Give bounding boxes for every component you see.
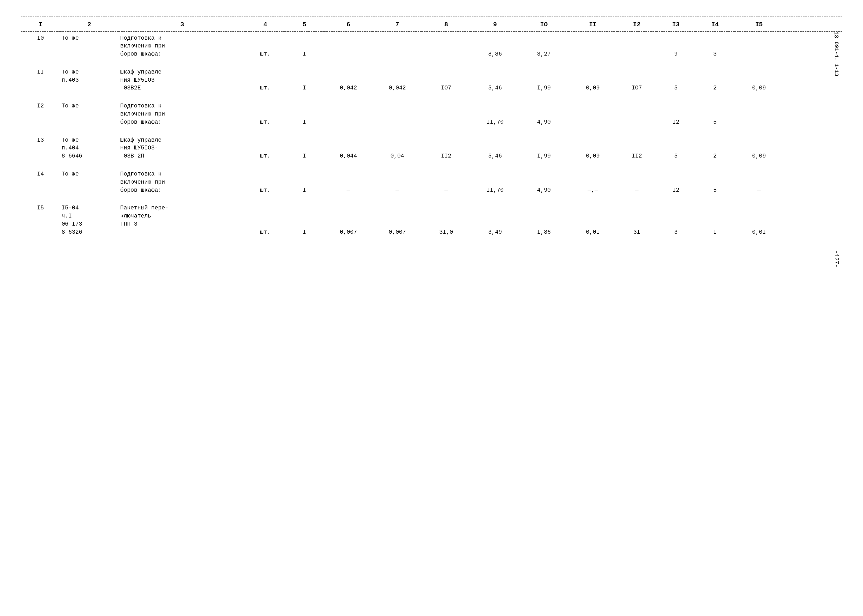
- spacer: [21, 162, 842, 168]
- row-II-col8: IO7: [421, 66, 470, 94]
- row-I0-col15: —: [735, 32, 783, 61]
- row-I2-col11: —: [569, 100, 617, 128]
- row-I5-col13: 3: [656, 201, 695, 238]
- row-I4-col4: шт.: [246, 168, 285, 196]
- header-col-12: I2: [617, 16, 656, 31]
- row-I2-col13: I2: [656, 100, 695, 128]
- row-I4-col7: —: [373, 168, 421, 196]
- row-I2-col10: 4,90: [519, 100, 568, 128]
- header-col-14: I4: [695, 16, 735, 31]
- row-II-col13: 5: [656, 66, 695, 94]
- row-I5-col2: I5-04ч.I06-I738-6326: [60, 201, 119, 238]
- row-I5-col6: 0,007: [324, 201, 373, 238]
- row-I2-col7: —: [373, 100, 421, 128]
- header-col-4: 4: [246, 16, 285, 31]
- table-row: I0 То же Подготовка квключению при-боров…: [21, 32, 842, 61]
- row-II-col12: IO7: [617, 66, 656, 94]
- row-I4-col8: —: [421, 168, 470, 196]
- row-I0-col8: —: [421, 32, 470, 61]
- row-I3-col4: шт.: [246, 134, 285, 162]
- row-I4-col3: Подготовка квключению при-боров шкафа:: [119, 168, 246, 196]
- row-I5-col3: Пакетный пере-ключательГПП-3: [119, 201, 246, 238]
- row-II-col9: 5,46: [471, 66, 519, 94]
- row-I2-col14: 5: [695, 100, 735, 128]
- row-I5-col8: 3I,0: [421, 201, 470, 238]
- row-I2-col3: Подготовка квключению при-боров шкафа:: [119, 100, 246, 128]
- row-I4-col6: —: [324, 168, 373, 196]
- row-II-col2: То жеп.403: [60, 66, 119, 94]
- row-I5-col14: I: [695, 201, 735, 238]
- row-I3-col13: 5: [656, 134, 695, 162]
- table-row: I3 То жеп.4048-6646 Шкаф управле-ния ШУ5…: [21, 134, 842, 162]
- row-I4-col13: I2: [656, 168, 695, 196]
- row-I3-col9: 5,46: [471, 134, 519, 162]
- header-col-11: II: [569, 16, 617, 31]
- row-I3-col2: То жеп.4048-6646: [60, 134, 119, 162]
- page-container: 13 891-4. 1-13 -127-: [21, 16, 842, 239]
- row-I0-col7: —: [373, 32, 421, 61]
- row-I5-col5: I: [285, 201, 324, 238]
- row-I5-col15: 0,0I: [735, 201, 783, 238]
- row-I4-col16: [783, 168, 842, 196]
- row-II-col6: 0,042: [324, 66, 373, 94]
- row-I4-col9: II,70: [471, 168, 519, 196]
- row-I3-col3: Шкаф управле-ния ШУ5IО3--03В 2П: [119, 134, 246, 162]
- row-I4-col11: —,—: [569, 168, 617, 196]
- row-I4-col12: —: [617, 168, 656, 196]
- row-II-col7: 0,042: [373, 66, 421, 94]
- row-I3-col1: I3: [21, 134, 60, 162]
- row-I3-col16: [783, 134, 842, 162]
- row-I4-col1: I4: [21, 168, 60, 196]
- row-II-col15: 0,09: [735, 66, 783, 94]
- header-col-1: I: [21, 16, 60, 31]
- row-I0-col3: Подготовка квключению при-боров шкафа:: [119, 32, 246, 61]
- row-I3-col6: 0,044: [324, 134, 373, 162]
- row-I3-col10: I,99: [519, 134, 568, 162]
- row-I5-col4: шт.: [246, 201, 285, 238]
- row-I3-col14: 2: [695, 134, 735, 162]
- row-I4-col10: 4,90: [519, 168, 568, 196]
- row-I3-col5: I: [285, 134, 324, 162]
- table-row: I5 I5-04ч.I06-I738-6326 Пакетный пере-кл…: [21, 201, 842, 238]
- row-II-col11: 0,09: [569, 66, 617, 94]
- row-I4-col2: То же: [60, 168, 119, 196]
- row-I0-col10: 3,27: [519, 32, 568, 61]
- row-I4-col15: —: [735, 168, 783, 196]
- row-I5-col16: [783, 201, 842, 238]
- row-I0-col11: —: [569, 32, 617, 61]
- row-I3-col7: 0,04: [373, 134, 421, 162]
- row-I3-col11: 0,09: [569, 134, 617, 162]
- table-header-row: I 2 3 4 5 6 7 8 9 IO II I2 I3 I4 I5: [21, 16, 842, 31]
- row-I2-col16: [783, 100, 842, 128]
- row-I3-col8: II2: [421, 134, 470, 162]
- row-I2-col2: То же: [60, 100, 119, 128]
- header-col-8: 8: [421, 16, 470, 31]
- side-label-doc: 891-4. 1-13: [833, 42, 839, 76]
- row-I2-col6: —: [324, 100, 373, 128]
- row-I0-col2: То же: [60, 32, 119, 61]
- row-II-col1: II: [21, 66, 60, 94]
- table-row: II То жеп.403 Шкаф управле-ния ШУ5IО3--0…: [21, 66, 842, 94]
- row-I0-col4: шт.: [246, 32, 285, 61]
- header-col-15: I5: [735, 16, 783, 31]
- row-I0-col6: —: [324, 32, 373, 61]
- row-I4-col14: 5: [695, 168, 735, 196]
- spacer: [21, 61, 842, 66]
- row-I5-col7: 0,007: [373, 201, 421, 238]
- header-col-2: 2: [60, 16, 119, 31]
- header-col-13: I3: [656, 16, 695, 31]
- header-col-3: 3: [119, 16, 246, 31]
- header-col-7: 7: [373, 16, 421, 31]
- row-I2-col9: II,70: [471, 100, 519, 128]
- spacer: [21, 196, 842, 201]
- header-col-16: [783, 16, 842, 31]
- header-col-10: IO: [519, 16, 568, 31]
- row-I0-col12: —: [617, 32, 656, 61]
- row-II-col3: Шкаф управле-ния ШУ5IО3--03В2Е: [119, 66, 246, 94]
- row-I2-col5: I: [285, 100, 324, 128]
- table-row: I4 То же Подготовка квключению при-боров…: [21, 168, 842, 196]
- row-I5-col10: I,86: [519, 201, 568, 238]
- row-I5-col12: 3I: [617, 201, 656, 238]
- row-I0-col1: I0: [21, 32, 60, 61]
- header-col-5: 5: [285, 16, 324, 31]
